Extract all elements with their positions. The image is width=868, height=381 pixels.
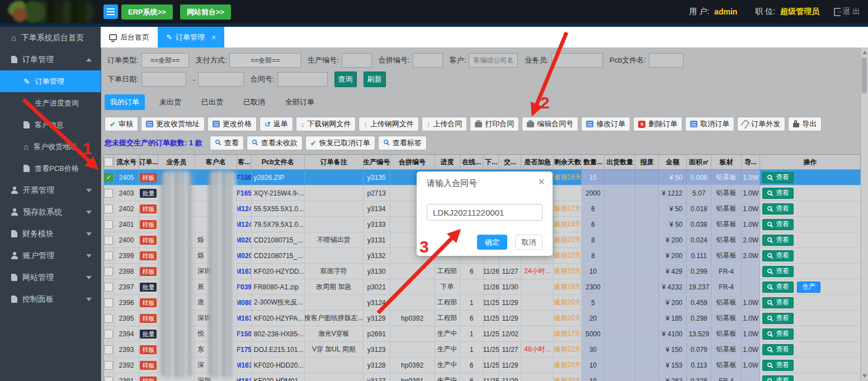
view-button[interactable]: 查看 bbox=[762, 313, 794, 324]
row-checkbox[interactable] bbox=[104, 377, 113, 381]
view-button[interactable]: 查看 bbox=[762, 344, 794, 355]
sidebar-item[interactable]: 预存款系统 bbox=[0, 201, 101, 223]
filter-input[interactable] bbox=[469, 53, 518, 68]
toolbar-button[interactable]: ↓下载钢网文件 bbox=[296, 117, 356, 131]
row-checkbox[interactable] bbox=[104, 361, 113, 370]
close-icon[interactable]: × bbox=[211, 33, 216, 42]
order-tab[interactable]: 已取消 bbox=[238, 94, 271, 110]
cancel-button[interactable]: 取消 bbox=[515, 235, 542, 250]
contract-no-input[interactable] bbox=[277, 72, 328, 87]
tab-order-management[interactable]: ✎订单管理× bbox=[158, 27, 224, 47]
date-to-input[interactable] bbox=[198, 72, 244, 87]
produce-button[interactable]: 生产 bbox=[797, 282, 820, 293]
sidebar-item[interactable]: ✎订单管理 bbox=[0, 70, 101, 92]
sidebar-item[interactable]: ⌂下单系统后台首页 bbox=[0, 27, 101, 49]
row-checkbox[interactable] bbox=[104, 283, 113, 292]
close-icon[interactable]: × bbox=[538, 176, 545, 187]
row-checkbox[interactable] bbox=[104, 251, 113, 260]
row-checkbox[interactable] bbox=[104, 330, 113, 339]
customer-code-link[interactable]: M163 bbox=[237, 315, 252, 322]
customer-code-link[interactable]: F150 bbox=[237, 330, 252, 338]
row-checkbox[interactable] bbox=[104, 220, 113, 229]
toolbar-button[interactable]: ✔审核 bbox=[105, 117, 138, 131]
scroll-down-icon[interactable] bbox=[862, 374, 867, 378]
toolbar-button[interactable]: 订单外发 bbox=[737, 117, 785, 131]
toolbar-button[interactable]: 查看 bbox=[210, 136, 244, 150]
toolbar-button[interactable]: ↺返单 bbox=[260, 117, 293, 131]
erp-system-button[interactable]: ERP系统>> bbox=[121, 4, 173, 20]
filter-select[interactable]: ==全部== bbox=[141, 53, 189, 68]
customer-code-link[interactable]: M088 bbox=[237, 299, 252, 307]
search-button[interactable]: 查询 bbox=[334, 72, 357, 87]
contract-number-field[interactable] bbox=[427, 204, 542, 221]
toolbar-button[interactable]: ×删除订单 bbox=[633, 117, 682, 131]
filter-input[interactable] bbox=[649, 53, 683, 68]
view-button[interactable]: 查看 bbox=[762, 328, 794, 340]
toolbar-button[interactable]: ✔恢复已取消订单 bbox=[305, 136, 375, 150]
toolbar-button[interactable]: 打印合同 bbox=[470, 117, 519, 131]
customer-code-link[interactable]: M124 bbox=[237, 221, 252, 228]
order-tab[interactable]: 全部订单 bbox=[280, 94, 320, 110]
sidebar-item[interactable]: ✎生产进度查询 bbox=[0, 92, 101, 114]
customer-code-link[interactable]: M124 bbox=[237, 205, 252, 213]
scroll-up-icon[interactable] bbox=[862, 51, 867, 54]
filter-input[interactable] bbox=[413, 53, 443, 68]
view-button[interactable]: 查看 bbox=[762, 172, 794, 183]
toolbar-button[interactable]: ↑上传钢网文件 bbox=[358, 117, 419, 131]
tab-backend-home[interactable]: 后台首页 bbox=[101, 27, 158, 47]
view-button[interactable]: 查看 bbox=[762, 360, 794, 371]
customer-code-link[interactable]: F165 bbox=[237, 189, 252, 197]
view-button[interactable]: 查看 bbox=[762, 250, 794, 261]
filter-select[interactable]: ==全部== bbox=[229, 53, 301, 68]
toolbar-button[interactable]: 导出 bbox=[788, 117, 822, 131]
customer-code-link[interactable]: M020 bbox=[237, 236, 252, 244]
view-button[interactable]: 查看 bbox=[762, 188, 794, 199]
customer-code-link[interactable]: M163 bbox=[237, 361, 252, 369]
vertical-scrollbar[interactable] bbox=[861, 47, 868, 381]
view-button[interactable]: 查看 bbox=[762, 282, 794, 293]
row-checkbox[interactable] bbox=[104, 173, 113, 182]
sidebar-item[interactable]: 订单管理 bbox=[0, 49, 101, 70]
row-checkbox[interactable] bbox=[104, 314, 113, 323]
site-front-button[interactable]: 网站前台>> bbox=[180, 4, 231, 20]
row-checkbox[interactable] bbox=[104, 204, 113, 213]
sidebar-item[interactable]: 网站管理 bbox=[0, 266, 101, 288]
customer-code-link[interactable]: M020 bbox=[237, 252, 252, 260]
customer-code-link[interactable]: M163 bbox=[237, 377, 252, 381]
date-from-input[interactable] bbox=[141, 72, 186, 87]
customer-code-link[interactable]: F175 bbox=[237, 346, 252, 354]
row-checkbox[interactable] bbox=[104, 267, 113, 276]
toolbar-button[interactable]: 取消订单 bbox=[685, 117, 734, 131]
view-button[interactable]: 查看 bbox=[762, 235, 794, 246]
scrollbar-thumb[interactable] bbox=[862, 58, 867, 93]
row-checkbox[interactable] bbox=[104, 298, 113, 307]
sidebar-item[interactable]: ⌂客户收货地址 bbox=[0, 136, 101, 158]
customer-code-link[interactable]: M163 bbox=[237, 268, 252, 275]
sidebar-item[interactable]: 查看PCB价格 bbox=[0, 158, 101, 179]
customer-code-link[interactable]: F186 bbox=[237, 174, 252, 182]
customer-code-link[interactable]: F039 bbox=[237, 283, 252, 291]
toolbar-button[interactable]: 更改价格 bbox=[207, 117, 257, 131]
logout-button[interactable]: 退 出 bbox=[834, 7, 860, 17]
toolbar-button[interactable]: 查看未收款 bbox=[247, 136, 303, 150]
view-button[interactable]: 查看 bbox=[762, 266, 794, 277]
row-checkbox[interactable] bbox=[104, 189, 113, 198]
view-button[interactable]: 查看 bbox=[762, 375, 794, 381]
confirm-button[interactable]: 确定 bbox=[477, 235, 507, 250]
view-button[interactable]: 查看 bbox=[762, 219, 794, 230]
sidebar-item[interactable]: 开票管理 bbox=[0, 179, 101, 201]
menu-toggle-button[interactable] bbox=[103, 4, 118, 19]
toolbar-button[interactable]: 查看标签 bbox=[378, 136, 427, 150]
sidebar-item[interactable]: 客户信息 bbox=[0, 114, 101, 136]
select-all-checkbox[interactable] bbox=[104, 158, 113, 166]
sidebar-item[interactable]: 账户管理 bbox=[0, 245, 101, 266]
refresh-button[interactable]: 刷新 bbox=[364, 72, 386, 87]
filter-input[interactable] bbox=[551, 53, 603, 68]
row-checkbox[interactable] bbox=[104, 345, 113, 354]
filter-input[interactable] bbox=[342, 53, 372, 68]
order-tab[interactable]: 未出货 bbox=[154, 94, 187, 110]
toolbar-button[interactable]: 编辑合同号 bbox=[522, 117, 578, 131]
order-tab[interactable]: 已出货 bbox=[196, 94, 229, 110]
row-checkbox[interactable] bbox=[104, 236, 113, 245]
sidebar-item[interactable]: 财务模块 bbox=[0, 223, 101, 245]
